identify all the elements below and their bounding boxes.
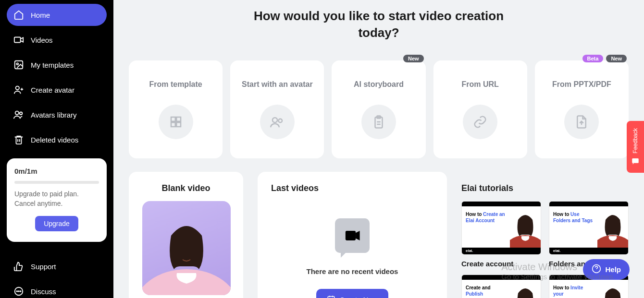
feedback-tab[interactable]: Feedback	[627, 121, 644, 173]
main-content: How would you like to start video creati…	[113, 0, 644, 298]
tutorial-2[interactable]: Create and Publishyour template elai.	[461, 274, 541, 298]
thumb-icon	[13, 261, 24, 272]
help-icon	[592, 264, 601, 275]
create-now-button[interactable]: Create Now	[316, 289, 388, 298]
tutorial-0[interactable]: How to Create anElai Account elai. Creat…	[461, 201, 541, 268]
create-option-title: From PPTX/PDF	[541, 74, 623, 95]
badge-new: New	[606, 55, 627, 62]
users-icon	[13, 109, 24, 120]
svg-point-26	[191, 248, 194, 250]
nav-templates[interactable]: My templates	[7, 54, 107, 76]
chat-icon	[13, 286, 24, 297]
tutorial-1[interactable]: How to UseFolders and Tags elai. Folders…	[549, 201, 629, 268]
create-option-grid[interactable]: From template	[129, 60, 223, 158]
empty-state-icon	[335, 218, 370, 253]
video-icon	[13, 35, 24, 45]
svg-rect-35	[632, 158, 639, 163]
create-option-clipboard[interactable]: New AI storyboard	[332, 60, 425, 158]
badge-new: New	[403, 55, 424, 62]
nav-chat[interactable]: Discuss	[7, 280, 107, 298]
avatar-icon	[260, 105, 295, 139]
tutorial-thumbnail: How to Create anElai Account elai.	[461, 201, 541, 255]
add-video-icon	[327, 295, 335, 298]
clipboard-icon	[361, 105, 396, 139]
tutorial-label: Create account	[461, 260, 541, 268]
nav-users[interactable]: Avatars library	[7, 104, 107, 126]
last-videos-title: Last videos	[271, 183, 319, 193]
home-icon	[13, 10, 24, 20]
nav-label: Avatars library	[31, 111, 77, 119]
nav-label: Discuss	[31, 287, 56, 296]
nav-video[interactable]: Videos	[7, 29, 107, 51]
create-option-title: From URL	[439, 74, 521, 95]
nav-user-plus[interactable]: Create avatar	[7, 79, 107, 101]
empty-state-text: There are no recent videos	[307, 267, 398, 275]
usage-minutes: 0m/1m	[14, 167, 99, 175]
nav-label: Create avatar	[31, 86, 74, 94]
user-plus-icon	[13, 84, 24, 95]
nav-label: Deleted videos	[31, 136, 78, 144]
trash-icon	[13, 134, 24, 145]
tutorial-thumbnail: Create and Publishyour template elai.	[461, 274, 541, 298]
nav-trash[interactable]: Deleted videos	[7, 129, 107, 151]
usage-progress-bar	[14, 181, 99, 184]
tutorials-title: Elai tutorials	[461, 183, 629, 193]
avatar-preview	[142, 201, 231, 295]
help-button[interactable]: Help	[583, 259, 630, 280]
link-icon	[463, 105, 497, 139]
upgrade-button[interactable]: Upgrade	[35, 216, 78, 231]
badge-beta: Beta	[582, 55, 604, 62]
feedback-icon	[631, 157, 640, 166]
tutorial-thumbnail: How to UseFolders and Tags elai.	[549, 201, 629, 255]
nav-label: Home	[31, 11, 50, 19]
grid-icon	[159, 105, 193, 139]
nav-thumb[interactable]: Support	[7, 255, 107, 277]
create-option-title: From template	[135, 74, 217, 95]
create-option-link[interactable]: From URL	[433, 60, 527, 158]
blank-video-title: Blank video	[142, 183, 230, 193]
usage-card: 0m/1m Upgrade to paid plan. Cancel anyti…	[7, 158, 107, 242]
svg-point-25	[179, 248, 182, 250]
nav-label: Videos	[31, 36, 53, 44]
create-options-row: From template Start with an avatar New A…	[129, 60, 629, 158]
last-videos-panel: Last videos There are no recent videos C…	[258, 172, 447, 298]
blank-video-panel: Blank video Create	[129, 172, 243, 298]
nav-label: Support	[31, 262, 56, 271]
create-option-file[interactable]: BetaNew From PPTX/PDF	[535, 60, 629, 158]
page-headline: How would you like to start video creati…	[235, 8, 523, 41]
templates-icon	[13, 60, 24, 70]
file-icon	[564, 105, 599, 139]
sidebar: Home Videos My templates Create avatar A…	[0, 0, 113, 298]
create-option-title: AI storyboard	[337, 74, 420, 95]
usage-description: Upgrade to paid plan. Cancel anytime.	[14, 190, 99, 208]
nav-home[interactable]: Home	[7, 4, 107, 26]
create-option-title: Start with an avatar	[236, 74, 318, 95]
nav-label: My templates	[31, 61, 74, 69]
create-option-avatar[interactable]: Start with an avatar	[230, 60, 324, 158]
